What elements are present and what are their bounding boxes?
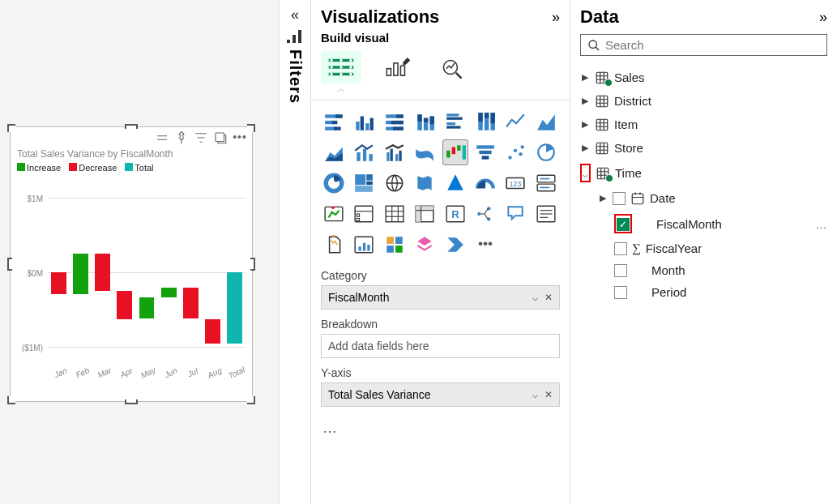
pin-icon[interactable]: [174, 130, 189, 145]
report-canvas[interactable]: ••• Total Sales Variance by FiscalMonth …: [0, 0, 279, 504]
area-chart-icon[interactable]: [533, 109, 559, 135]
paginated-report-icon[interactable]: [321, 232, 347, 258]
analytics-tab[interactable]: [434, 51, 475, 83]
svg-rect-86: [357, 214, 360, 216]
filters-pane-collapsed[interactable]: « Filters: [279, 0, 311, 504]
bar-mar[interactable]: [95, 254, 110, 291]
filter-icon[interactable]: [194, 130, 208, 145]
matrix-icon[interactable]: [412, 201, 438, 227]
checkbox-date[interactable]: [613, 192, 626, 205]
smart-narrative-icon[interactable]: [533, 201, 559, 227]
chart-title: Total Sales Variance by FiscalMonth: [11, 148, 252, 163]
field-fiscalyear[interactable]: ∑FiscalYear: [580, 237, 827, 259]
bar-feb[interactable]: [73, 254, 88, 294]
search-box[interactable]: [580, 34, 827, 56]
decomposition-tree-icon[interactable]: [472, 201, 498, 227]
line-chart-icon[interactable]: [502, 109, 528, 135]
field-fiscalmonth[interactable]: ✓FiscalMonth…: [580, 210, 827, 237]
waterfall-visual[interactable]: ••• Total Sales Variance by FiscalMonth …: [10, 126, 253, 402]
chevron-down-icon[interactable]: ⌵: [532, 389, 538, 400]
gauge-icon[interactable]: [472, 170, 498, 196]
table-viz-icon[interactable]: [382, 201, 408, 227]
sigma-icon: ∑: [632, 241, 641, 255]
r-visual-icon[interactable]: R: [442, 201, 468, 227]
stacked-bar-100-icon[interactable]: [382, 109, 408, 135]
more-field-wells[interactable]: …: [321, 415, 560, 437]
collapse-data-icon[interactable]: »: [819, 9, 827, 26]
treemap-icon[interactable]: [351, 170, 377, 196]
table-time[interactable]: ⌵Time: [580, 160, 827, 186]
stacked-column-100-icon[interactable]: [472, 109, 498, 135]
svg-rect-27: [361, 117, 364, 130]
chevron-down-icon[interactable]: ⌵: [532, 292, 538, 303]
table-district[interactable]: ▶District: [580, 89, 827, 113]
svg-point-7: [330, 59, 332, 62]
field-more-icon[interactable]: …: [815, 217, 827, 231]
yaxis-field-well[interactable]: Total Sales Variance ⌵✕: [321, 382, 560, 407]
funnel-chart-icon[interactable]: [472, 139, 498, 165]
py-visual-icon[interactable]: [351, 232, 377, 258]
focus-mode-icon[interactable]: [213, 130, 228, 145]
svg-point-66: [509, 156, 512, 159]
scatter-chart-icon[interactable]: [502, 139, 528, 165]
clustered-column-icon[interactable]: [351, 109, 377, 135]
bar-total[interactable]: [227, 272, 242, 344]
remove-field-icon[interactable]: ✕: [544, 389, 553, 400]
bar-apr[interactable]: [117, 291, 132, 319]
checkbox-month[interactable]: [614, 264, 627, 277]
svg-rect-21: [335, 114, 343, 117]
checkbox-period[interactable]: [614, 286, 627, 299]
card-icon[interactable]: 123: [502, 170, 528, 196]
waterfall-chart-icon[interactable]: [442, 139, 468, 165]
stacked-column-icon[interactable]: [412, 109, 438, 135]
category-field-well[interactable]: FiscalMonth ⌵✕: [321, 285, 560, 310]
collapse-viz-icon[interactable]: »: [552, 9, 560, 26]
filled-map-icon[interactable]: [412, 170, 438, 196]
checkbox-fiscalmonth[interactable]: ✓: [617, 218, 630, 231]
stacked-area-icon[interactable]: [321, 139, 347, 165]
expand-filters-icon[interactable]: «: [291, 6, 299, 23]
format-visual-tab[interactable]: [378, 51, 418, 83]
line-clustered-column-icon[interactable]: [382, 139, 408, 165]
donut-chart-icon[interactable]: [321, 170, 347, 196]
clustered-bar-icon[interactable]: [442, 109, 468, 135]
svg-rect-60: [451, 147, 455, 155]
power-automate-icon[interactable]: [442, 232, 468, 258]
remove-field-icon[interactable]: ✕: [544, 292, 553, 303]
line-stacked-column-icon[interactable]: [351, 139, 377, 165]
slicer-icon[interactable]: [351, 201, 377, 227]
get-more-visuals-icon[interactable]: •••: [472, 232, 498, 258]
kpi-icon[interactable]: [321, 201, 347, 227]
drag-handle-icon[interactable]: [155, 130, 169, 145]
search-input[interactable]: [605, 38, 820, 52]
azure-map-icon[interactable]: [442, 170, 468, 196]
qa-visual-icon[interactable]: [502, 201, 528, 227]
stacked-bar-icon[interactable]: [321, 109, 347, 135]
map-icon[interactable]: [382, 170, 408, 196]
bar-may[interactable]: [139, 297, 155, 319]
checkbox-fiscalyear[interactable]: [614, 242, 627, 255]
svg-rect-75: [356, 186, 374, 192]
field-month[interactable]: Month: [580, 259, 827, 281]
pie-chart-icon[interactable]: [533, 139, 559, 165]
table-sales[interactable]: ▶Sales: [580, 66, 827, 89]
table-item[interactable]: ▶Item: [580, 113, 827, 136]
breakdown-field-well[interactable]: Add data fields here: [321, 334, 560, 358]
bar-jul[interactable]: [183, 288, 199, 318]
key-influencers-icon[interactable]: [382, 232, 408, 258]
svg-rect-87: [357, 218, 360, 220]
multi-row-card-icon[interactable]: [533, 170, 559, 196]
more-options-icon[interactable]: •••: [233, 130, 247, 145]
svg-point-8: [339, 59, 342, 62]
app-source-icon[interactable]: [412, 232, 438, 258]
svg-point-13: [330, 73, 332, 75]
bar-jan[interactable]: [51, 272, 66, 294]
table-store[interactable]: ▶Store: [580, 136, 827, 160]
svg-rect-43: [446, 117, 463, 120]
build-visual-tab[interactable]: [321, 51, 361, 83]
bar-jun[interactable]: [161, 288, 177, 297]
bar-aug[interactable]: [205, 319, 220, 344]
hierarchy-date[interactable]: ▶Date: [580, 186, 827, 210]
ribbon-chart-icon[interactable]: [412, 139, 438, 165]
field-period[interactable]: Period: [580, 281, 827, 303]
